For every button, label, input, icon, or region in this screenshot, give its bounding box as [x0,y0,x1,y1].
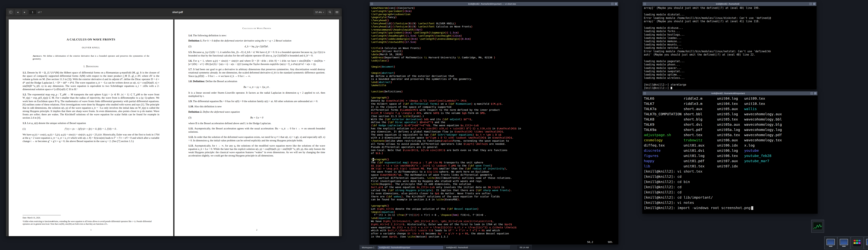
editor-line: which with $u(t,r,\theta)=f(r) \cos(n t)… [371,229,617,232]
taskbar-window-button[interactable]: knill@knill2: /home/knill [444,246,510,249]
editor-line: any dimension. It defines a global Hamil… [371,130,617,133]
file-entry: short.pdf [684,127,717,132]
editor-line: First investigations were done by Huygen… [371,180,617,183]
file-entry: unit04.tex [717,101,744,106]
page2-body: 1.4. The following definition is new:Def… [188,34,325,157]
file-entry: unit01.pdf [684,158,717,163]
editor-line: \setlength{\parindent}{0cm} [371,10,617,13]
editor-line: \setlength{\headheight}{1.5cm} \setlengt… [371,34,617,37]
editor-line: \setlength{\oddsidemargin}{0cm} \setleng… [371,37,617,41]
file-listing-row: TALK9ashort.pdfunit05a.logwavecohomology… [644,127,816,132]
terminal-icon-stand [829,246,832,247]
next-page-button[interactable]: ▸ [22,9,27,15]
pdf-toolbar: ◂ ▸ of 7 short.pdf 57.4% ▾ [6,8,342,16]
file-entry: short.bbl [684,112,717,117]
editor-line [371,68,617,71]
editor-window-title: knill@knill2: /home/knill/important — vi… [374,3,610,5]
editor-line: \end{abstract} [371,81,617,84]
window-menu-button[interactable] [371,3,373,5]
previous-page-button[interactable]: ◂ [15,9,21,15]
equation-label: (3) [188,116,191,119]
pdf-page-2: Calculus on Wave Fronts 1.4. The followi… [175,20,339,236]
search-button[interactable] [327,9,333,15]
vim-cursor: p [373,158,374,161]
terminal-line: loading module mounts... [644,43,815,46]
window-menu-button[interactable] [644,92,646,94]
file-listing-row: TALK6riddle2.munit04.logunit09.tex [644,96,816,101]
maximize-button[interactable] [615,3,617,5]
file-entry: lib [644,163,684,169]
file-entry: unit07.idx [717,163,744,169]
window-menu-button[interactable] [644,3,646,5]
maximize-button[interactable] [814,92,816,94]
paper-paragraph: 1.5. Because φ_{q+2}(0) = 1, it satisfie… [188,51,325,57]
terminal-home-title: knill@knill2: /home/knill [647,3,808,5]
editor-line: with partial differential equations. \ci… [371,177,617,180]
file-entry: TALK9a [644,127,684,132]
file-entry: wavecohomology.blg [744,122,784,127]
taskbar-window-button[interactable]: knill@knill2: /home/knill/important [377,246,443,249]
editor-line [371,62,617,65]
terminal-important-titlebar[interactable]: knill@knill2: /home/knill/important [643,91,817,95]
equation-formula: d_h = hφ_{q+2}(tD)d . [245,45,269,48]
terminal-line: loading module forks... [644,30,815,33]
editor-line: It is the closure of the space of compac… [371,105,617,109]
editor-line: \fancyhead[LO]{\fontsize{9}{9} \selectfo… [371,22,617,25]
maximize-button[interactable] [813,3,815,5]
editor-line: \setlength{\parindent}{0cm} \setlength{\… [371,31,617,34]
paragraph-number: 1.4. [188,34,193,37]
paper-paragraph: 1.7. It had been our goal to get a deriv… [188,68,325,78]
system-monitor-dock-tile[interactable] [811,220,824,232]
terminal-cursor [671,87,672,89]
file-entry: TALK9 [644,122,684,127]
terminal-home-titlebar[interactable]: knill@knill2: /home/knill [643,2,816,6]
definition-block: Definition 1. For h > 0 define the defor… [188,39,325,42]
display-equation: (1)f″(r) + (n − 1)f′(r)/r + f(r) = 0, f(… [23,127,159,130]
workspace-indicator[interactable]: Workspace 1 [360,246,376,249]
editor-line: \end{equation} [371,217,617,220]
pdf-content-area[interactable]: A CALCULUS ON WAVE FRONTS OLIVER KNILL A… [6,16,342,236]
file-entry: unit01.aux [684,143,717,148]
editor-line: \maketitle [371,84,617,87]
file-entry: diffeq.tex [644,143,684,148]
editor-line: \paragraph{} [371,204,617,208]
shell-command-line: [knill@knill2]: cd [644,184,816,190]
shell-prompt: [knill@knill2]: [644,190,677,194]
shell-prompt: [knill@knill2]: [644,175,677,179]
xterm-dock-tile[interactable] [837,237,850,249]
xterm-dock-tile[interactable] [864,237,868,249]
file-listing-row: TALK7ashort.auxunit05.auxwallis [644,106,816,112]
minimize-button[interactable] [611,3,614,5]
sidebar-toggle-button[interactable] [8,9,13,15]
image-viewer-dock-tile[interactable] [850,237,864,249]
footnote-text: ¹Unlike when restricting to functions⊕fo… [23,220,159,225]
file-listing-row: libunit01.texunit07.idx [644,163,816,169]
dock [809,218,868,250]
minimize-button[interactable] [809,3,812,5]
paper-paragraph: 1.2. The exponential map exp_p : T_pM → … [23,93,159,120]
editor-line: with a 2-dimensional solution space $e^{… [371,136,617,139]
terminal-important-output[interactable]: TALK6riddle2.munit04.logunit09.texTALK7r… [643,95,817,214]
file-entry: short.aux [684,106,717,112]
file-listing-row: cosmologytrubowitzunit06.auxwavecohomolo… [644,137,816,143]
minimize-button[interactable] [810,92,813,94]
file-entry: TALK7a [644,106,684,112]
editor-line: can be found for example in section 2.4 … [371,198,617,201]
file-entry: cosmology [644,137,684,143]
paragraph-number: 1.8. [188,80,193,83]
menu-button[interactable] [334,9,340,15]
file-entry: unit05.log [717,112,744,117]
terminal-icon [866,239,868,245]
zoom-value: 57.4% [315,11,322,13]
editor-titlebar[interactable]: knill@knill2: /home/knill/important — vi… [370,2,618,6]
zoom-level-dropdown[interactable]: 57.4% ▾ [313,9,326,15]
page-number-input[interactable] [29,10,36,14]
terminal-home-output[interactable]: array}' (Maybe you should just omit the … [643,6,816,89]
xterm-dock-tile[interactable] [824,237,837,249]
editor-line: \begin{abstract} [371,71,617,75]
paper-paragraph: 1.8. Definition: Define the Bessel accel… [188,80,325,83]
vim-buffer[interactable]: \newtheorem{conj}{Conjecture}\setlength{… [370,6,618,244]
shell-command-line: [knill@knill2]: vi short.tex [644,169,816,174]
equation-label: (2) [188,45,191,48]
scroll-percent: 98% [608,241,612,243]
